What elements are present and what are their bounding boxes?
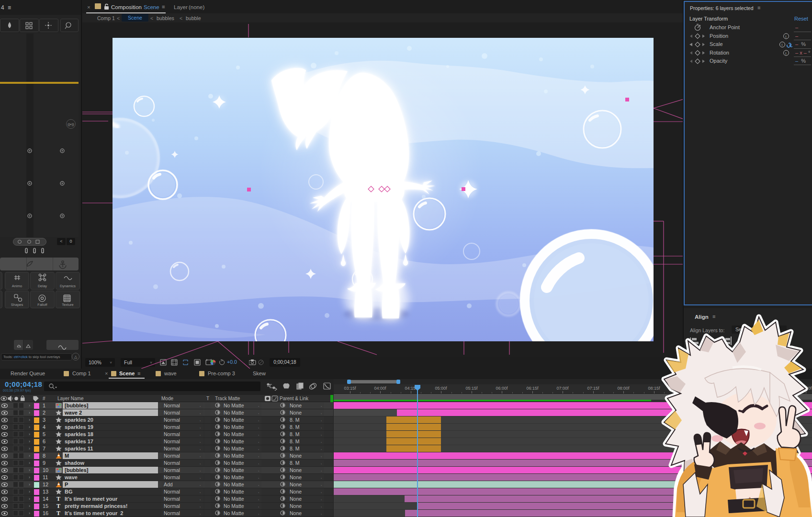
svg-text:#: # bbox=[43, 396, 45, 401]
svg-text:T: T bbox=[206, 396, 209, 401]
svg-text:i: i bbox=[786, 34, 787, 39]
svg-text:i: i bbox=[786, 51, 787, 56]
svg-text:i: i bbox=[782, 43, 783, 47]
svg-text:Mode: Mode bbox=[161, 396, 173, 401]
svg-text:Layer Name: Layer Name bbox=[57, 396, 84, 401]
svg-text:Track Matte: Track Matte bbox=[215, 396, 240, 401]
svg-text:Parent & Link: Parent & Link bbox=[280, 396, 309, 401]
